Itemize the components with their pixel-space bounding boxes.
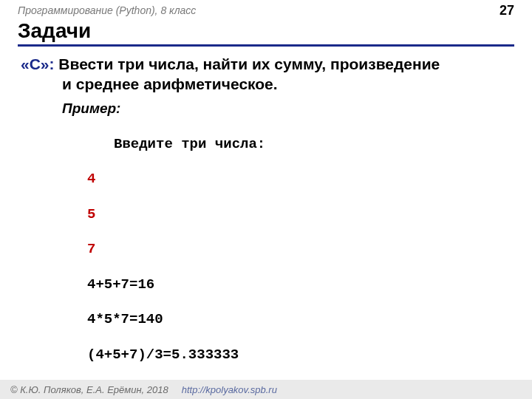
- content-area: «C»: Ввести три числа, найти их сумму, п…: [0, 47, 532, 399]
- task-statement-line2: и среднее арифметическое.: [21, 74, 511, 94]
- example-label: Пример:: [21, 100, 511, 117]
- header-bar: Программирование (Python), 8 класс 27: [0, 0, 532, 18]
- footer: К.Ю. Поляков, Е.А. Ерёмин, 2018 http://k…: [0, 380, 532, 399]
- task-text-1: Ввести три числа, найти их сумму, произв…: [55, 55, 440, 72]
- page-number: 27: [499, 3, 514, 18]
- code-prompt: Введите три числа:: [87, 136, 511, 154]
- code-input-2: 5: [87, 206, 511, 224]
- code-output-2: 4*5*7=140: [87, 311, 511, 329]
- code-block: Введите три числа: 4 5 7 4+5+7=16 4*5*7=…: [21, 118, 511, 399]
- code-input-1: 4: [87, 171, 511, 188]
- task-marker: «C»:: [21, 55, 55, 72]
- code-input-3: 7: [87, 241, 511, 259]
- slide-title: Задачи: [18, 19, 514, 43]
- task-statement-line1: «C»: Ввести три числа, найти их сумму, п…: [21, 54, 511, 74]
- footer-url: http://kpolyakov.spb.ru: [182, 384, 277, 395]
- title-block: Задачи: [0, 19, 532, 47]
- code-output-1: 4+5+7=16: [87, 276, 511, 294]
- code-output-3: (4+5+7)/3=5.333333: [87, 347, 511, 364]
- course-title: Программирование (Python), 8 класс: [18, 4, 196, 16]
- footer-copyright: К.Ю. Поляков, Е.А. Ерёмин, 2018: [10, 384, 168, 395]
